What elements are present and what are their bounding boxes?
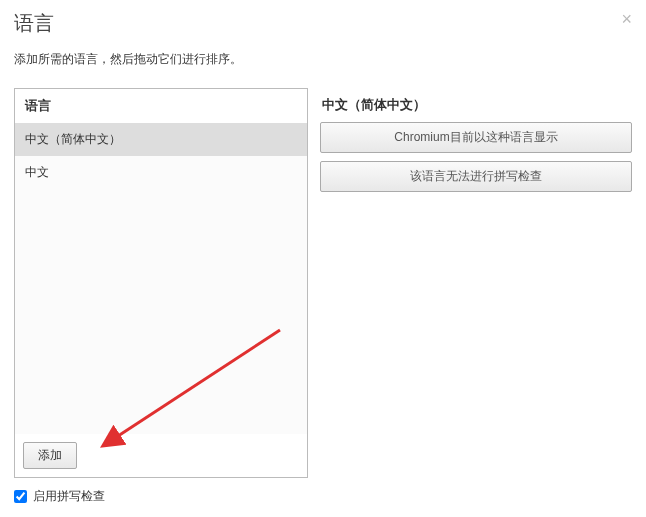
language-list-header: 语言 [15,89,307,123]
display-status-button[interactable]: Chromium目前以这种语言显示 [320,122,632,153]
selected-language-header: 中文（简体中文） [320,88,632,122]
spellcheck-enable-label: 启用拼写检查 [33,488,105,505]
close-icon[interactable]: × [621,10,632,28]
language-detail-panel: 中文（简体中文） Chromium目前以这种语言显示 该语言无法进行拼写检查 [320,88,632,478]
list-item[interactable]: 中文（简体中文） [15,123,307,156]
page-title: 语言 [14,10,632,37]
add-button[interactable]: 添加 [23,442,77,469]
page-description: 添加所需的语言，然后拖动它们进行排序。 [14,51,632,68]
spellcheck-status-button[interactable]: 该语言无法进行拼写检查 [320,161,632,192]
spellcheck-enable-checkbox[interactable] [14,490,27,503]
list-item[interactable]: 中文 [15,156,307,189]
language-list-panel: 语言 中文（简体中文） 中文 添加 [14,88,308,478]
